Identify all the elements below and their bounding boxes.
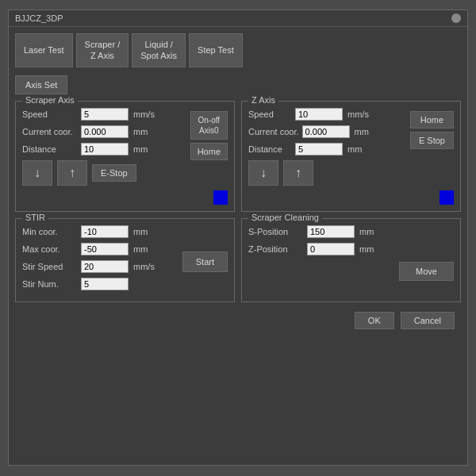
scraper-speed-row: Speed mm/s	[22, 108, 186, 121]
cleaning-z-unit: mm	[359, 244, 374, 254]
z-distance-input[interactable]	[295, 143, 343, 155]
scraper-indicator	[213, 190, 228, 205]
stir-speed-label: Stir Speed	[22, 262, 78, 271]
cleaning-s-label: S-Position	[248, 227, 304, 236]
scraper-cleaning-inner: S-Position mm Z-Position mm Move	[248, 225, 454, 281]
stir-panel: STIR Min coor. mm Max coor. mm	[15, 218, 235, 302]
stir-right-controls: Start	[182, 225, 228, 295]
scraper-speed-label: Speed	[22, 109, 78, 119]
bottom-panels: STIR Min coor. mm Max coor. mm	[15, 218, 461, 302]
tab-bar: Laser Test Scraper /Z Axis Liquid /Spot …	[15, 33, 461, 67]
scraper-coor-input[interactable]	[81, 125, 129, 138]
scraper-axis-fields: Speed mm/s Current coor. mm Distance	[22, 108, 186, 186]
axis-set-button[interactable]: Axis Set	[15, 75, 67, 94]
z-arrows-row: ↓ ↑	[248, 160, 405, 186]
z-estop-button[interactable]: E Stop	[410, 132, 454, 149]
stir-max-unit: mm	[133, 244, 148, 254]
z-speed-unit: mm/s	[347, 109, 369, 119]
stir-min-unit: mm	[133, 227, 148, 236]
scraper-coor-row: Current coor. mm	[22, 125, 186, 138]
stir-num-label: Stir Num.	[22, 279, 78, 289]
scraper-arrows-row: ↓ ↑ E-Stop	[22, 160, 186, 186]
window-title: BJJCZ_3DP	[15, 13, 63, 23]
tab-scraper-z[interactable]: Scraper /Z Axis	[76, 33, 129, 67]
scraper-coor-unit: mm	[133, 127, 148, 136]
scraper-speed-input[interactable]	[81, 108, 129, 121]
scraper-axis-title: Scraper Axis	[22, 95, 78, 105]
cleaning-z-input[interactable]	[307, 243, 355, 255]
scraper-up-button[interactable]: ↑	[57, 160, 87, 186]
cleaning-s-input[interactable]	[307, 225, 355, 238]
stir-inner: Min coor. mm Max coor. mm Stir Speed	[22, 225, 228, 295]
tab-liquid-spot[interactable]: Liquid /Spot Axis	[132, 33, 186, 67]
z-home-button[interactable]: Home	[410, 111, 454, 129]
tab-step-test[interactable]: Step Test	[189, 33, 243, 67]
stir-speed-unit: mm/s	[133, 262, 155, 271]
cancel-button[interactable]: Cancel	[401, 312, 455, 329]
z-speed-input[interactable]	[295, 108, 343, 121]
z-axis-fields: Speed mm/s Current coor. mm Distance	[248, 108, 405, 186]
scraper-axis-inner: Speed mm/s Current coor. mm Distance	[22, 108, 228, 186]
scraper-right-controls: On-offAxis0 Home	[190, 108, 228, 186]
scraper-speed-unit: mm/s	[133, 109, 155, 119]
stir-max-row: Max coor. mm	[22, 243, 178, 255]
stir-num-input[interactable]	[81, 278, 129, 290]
stir-speed-input[interactable]	[81, 260, 129, 273]
stir-fields: Min coor. mm Max coor. mm Stir Speed	[22, 225, 178, 295]
scraper-onoff-button[interactable]: On-offAxis0	[190, 111, 228, 140]
scraper-axis-panel: Scraper Axis Speed mm/s Current coor. mm	[15, 101, 235, 212]
stir-min-row: Min coor. mm	[22, 225, 178, 238]
close-button[interactable]	[451, 13, 461, 23]
main-window: BJJCZ_3DP Laser Test Scraper /Z Axis Liq…	[8, 10, 468, 466]
stir-start-button[interactable]: Start	[182, 251, 228, 272]
top-panels: Scraper Axis Speed mm/s Current coor. mm	[15, 101, 461, 212]
z-axis-title: Z Axis	[248, 95, 278, 105]
tab-laser-test[interactable]: Laser Test	[15, 33, 73, 67]
scraper-distance-row: Distance mm	[22, 143, 186, 155]
z-distance-row: Distance mm	[248, 143, 405, 155]
scraper-distance-label: Distance	[22, 144, 78, 154]
z-axis-panel: Z Axis Speed mm/s Current coor. mm	[241, 101, 461, 212]
scraper-coor-label: Current coor.	[22, 127, 78, 136]
content-area: Laser Test Scraper /Z Axis Liquid /Spot …	[9, 27, 467, 339]
title-bar: BJJCZ_3DP	[9, 10, 467, 27]
stir-title: STIR	[22, 213, 48, 222]
z-coor-row: Current coor. mm	[248, 125, 405, 138]
cleaning-s-row: S-Position mm	[248, 225, 454, 238]
cleaning-z-label: Z-Position	[248, 244, 304, 254]
stir-max-input[interactable]	[81, 243, 129, 255]
z-axis-inner: Speed mm/s Current coor. mm Distance	[248, 108, 454, 186]
z-coor-input[interactable]	[302, 125, 350, 138]
z-down-button[interactable]: ↓	[248, 160, 278, 186]
z-distance-unit: mm	[347, 144, 362, 154]
z-coor-label: Current coor.	[248, 127, 299, 136]
scraper-distance-input[interactable]	[81, 143, 129, 155]
scraper-cleaning-title: Scraper Cleaning	[248, 213, 322, 222]
cleaning-s-unit: mm	[359, 227, 374, 236]
scraper-cleaning-fields: S-Position mm Z-Position mm Move	[248, 225, 454, 281]
z-coor-unit: mm	[355, 127, 369, 136]
stir-max-label: Max coor.	[22, 244, 78, 254]
z-indicator	[440, 190, 454, 205]
scraper-distance-unit: mm	[133, 144, 148, 154]
scraper-cleaning-panel: Scraper Cleaning S-Position mm Z-Positio…	[241, 218, 461, 302]
stir-num-row: Stir Num.	[22, 278, 178, 290]
cleaning-z-row: Z-Position mm	[248, 243, 454, 255]
scraper-down-button[interactable]: ↓	[22, 160, 52, 186]
ok-button[interactable]: OK	[355, 312, 394, 329]
stir-speed-row: Stir Speed mm/s	[22, 260, 178, 273]
scraper-estop-button[interactable]: E-Stop	[92, 164, 136, 182]
z-speed-row: Speed mm/s	[248, 108, 405, 121]
scraper-home-button[interactable]: Home	[190, 143, 228, 160]
z-speed-label: Speed	[248, 109, 292, 119]
cleaning-move-button[interactable]: Move	[399, 262, 454, 281]
z-right-controls: Home E Stop	[410, 108, 454, 186]
stir-min-input[interactable]	[81, 225, 129, 238]
bottom-buttons: OK Cancel	[15, 309, 461, 332]
z-up-button[interactable]: ↑	[283, 160, 313, 186]
z-distance-label: Distance	[248, 144, 292, 154]
stir-min-label: Min coor.	[22, 227, 78, 236]
